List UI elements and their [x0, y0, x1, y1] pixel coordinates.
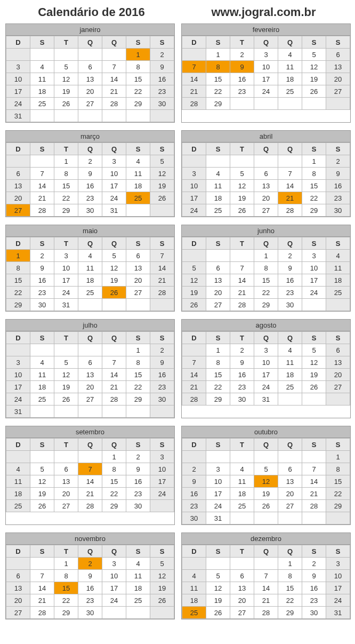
dow-header: Q — [254, 545, 278, 558]
day-cell: 2 — [278, 250, 302, 262]
day-cell — [126, 299, 150, 311]
dow-header: S — [126, 439, 150, 451]
dow-header: D — [182, 545, 206, 558]
dow-header: S — [126, 143, 150, 155]
dow-header: S — [150, 36, 174, 49]
day-cell: 9 — [230, 356, 254, 369]
dow-header: S — [150, 143, 174, 155]
day-cell: 18 — [206, 192, 230, 204]
day-cell: 17 — [254, 369, 278, 381]
day-cell: 13 — [78, 73, 102, 85]
day-cell: 18 — [126, 582, 150, 594]
day-cell: 11 — [78, 262, 102, 274]
dow-header: S — [126, 545, 150, 558]
day-cell: 6 — [6, 168, 30, 180]
day-cell: 8 — [126, 356, 150, 369]
day-cell: 25 — [126, 192, 150, 204]
day-cell: 24 — [302, 287, 326, 299]
day-cell: 16 — [150, 73, 174, 85]
day-cell: 21 — [30, 594, 54, 607]
dow-header: Q — [254, 237, 278, 250]
day-cell: 11 — [30, 73, 54, 85]
day-cell: 7 — [78, 463, 102, 475]
day-cell — [102, 406, 126, 418]
month-table: DSTQQSS123456789101112131415161718192021… — [6, 331, 174, 418]
day-cell: 5 — [206, 570, 230, 582]
day-cell: 2 — [326, 155, 350, 168]
dow-header: S — [326, 36, 350, 49]
day-cell: 31 — [254, 393, 278, 406]
day-cell — [102, 344, 126, 356]
day-cell: 13 — [6, 180, 30, 192]
day-cell: 14 — [182, 369, 206, 381]
day-cell: 19 — [102, 274, 126, 287]
day-cell: 28 — [78, 500, 102, 512]
dow-header: Q — [278, 332, 302, 344]
day-cell: 20 — [78, 381, 102, 393]
dow-header: Q — [102, 143, 126, 155]
day-cell: 26 — [182, 299, 206, 311]
day-cell: 27 — [278, 500, 302, 512]
day-cell: 13 — [54, 475, 78, 488]
day-cell: 4 — [278, 49, 302, 61]
dow-header: T — [230, 143, 254, 155]
day-cell — [78, 344, 102, 356]
day-cell: 29 — [254, 299, 278, 311]
dow-header: T — [230, 545, 254, 558]
day-cell: 8 — [302, 168, 326, 180]
day-cell: 2 — [30, 250, 54, 262]
day-cell — [30, 451, 54, 463]
day-cell: 22 — [54, 594, 78, 607]
day-cell: 2 — [126, 451, 150, 463]
day-cell — [78, 299, 102, 311]
day-cell — [230, 98, 254, 110]
dow-header: T — [230, 332, 254, 344]
day-cell: 29 — [126, 393, 150, 406]
day-cell: 28 — [302, 500, 326, 512]
day-cell: 2 — [182, 463, 206, 475]
day-cell: 13 — [206, 274, 230, 287]
day-cell: 5 — [230, 168, 254, 180]
day-cell: 5 — [30, 463, 54, 475]
day-cell: 5 — [54, 61, 78, 73]
day-cell — [254, 98, 278, 110]
day-cell — [54, 406, 78, 418]
dow-header: S — [326, 439, 350, 451]
day-cell: 29 — [102, 500, 126, 512]
day-cell: 12 — [30, 475, 54, 488]
day-cell: 30 — [78, 204, 102, 217]
day-cell: 30 — [30, 299, 54, 311]
day-cell — [54, 110, 78, 122]
day-cell: 3 — [150, 451, 174, 463]
day-cell — [150, 204, 174, 217]
day-cell: 14 — [150, 262, 174, 274]
month-title: setembro — [6, 426, 174, 438]
day-cell: 9 — [230, 61, 254, 73]
day-cell: 11 — [182, 582, 206, 594]
day-cell: 9 — [326, 168, 350, 180]
day-cell: 16 — [150, 369, 174, 381]
day-cell: 21 — [30, 192, 54, 204]
day-cell: 26 — [302, 85, 326, 98]
day-cell: 16 — [230, 369, 254, 381]
day-cell — [102, 49, 126, 61]
day-cell: 14 — [30, 180, 54, 192]
day-cell: 26 — [254, 500, 278, 512]
month-title: março — [6, 131, 174, 142]
day-cell: 20 — [326, 73, 350, 85]
day-cell: 29 — [302, 204, 326, 217]
day-cell: 28 — [102, 393, 126, 406]
dow-header: S — [206, 545, 230, 558]
day-cell: 24 — [206, 500, 230, 512]
month-novembro: novembroDSTQQSS1234567891011121314151617… — [5, 532, 175, 619]
dow-header: D — [6, 36, 30, 49]
month-title: outubro — [182, 426, 350, 438]
day-cell: 3 — [6, 61, 30, 73]
day-cell: 26 — [302, 381, 326, 393]
dow-header: D — [6, 332, 30, 344]
day-cell: 6 — [326, 344, 350, 356]
day-cell: 21 — [102, 381, 126, 393]
day-cell: 17 — [182, 192, 206, 204]
day-cell — [30, 558, 54, 570]
day-cell: 12 — [54, 73, 78, 85]
